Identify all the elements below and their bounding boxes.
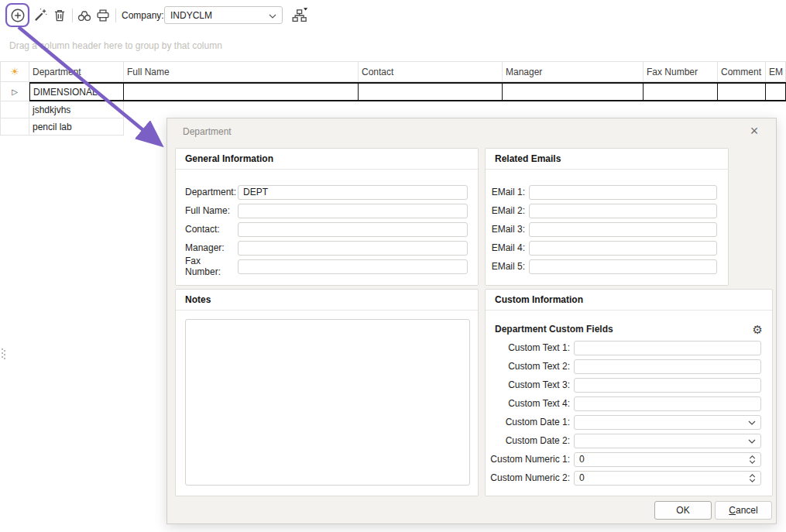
ok-button[interactable]: OK (654, 501, 712, 520)
dialog-button-bar: OK Cancel (654, 501, 772, 520)
field-row: Custom Text 1: (486, 338, 772, 357)
custom-numeric2-value: 0 (579, 472, 746, 483)
notes-group: Notes (175, 289, 479, 496)
department-cell[interactable]: DIMENSIONAL (29, 82, 124, 101)
column-header-department[interactable]: Department (29, 61, 124, 82)
custom-date2-label: Custom Date 2: (486, 435, 570, 446)
chevron-down-icon (749, 479, 756, 482)
table-row[interactable]: jshdkjvhs (0, 101, 786, 118)
custom-numeric1-spinner[interactable]: 0 (574, 452, 761, 467)
field-row: Manager: (176, 239, 478, 257)
grid-customize-corner[interactable]: ☀ (0, 61, 29, 82)
column-header-fax-number[interactable]: Fax Number (644, 61, 718, 82)
contact-input[interactable] (238, 222, 468, 237)
chevron-down-icon (748, 417, 756, 427)
spin-buttons[interactable] (749, 455, 756, 464)
fax-number-cell[interactable] (644, 82, 718, 101)
splitter-handle[interactable] (2, 348, 3, 350)
field-row: Custom Text 2: (486, 357, 772, 376)
custom-numeric2-label: Custom Numeric 2: (486, 472, 570, 483)
custom-numeric1-label: Custom Numeric 1: (486, 454, 570, 465)
full-name-input[interactable] (238, 204, 468, 218)
print-button[interactable] (94, 7, 112, 26)
row-indicator-icon: ▷ (12, 88, 18, 96)
custom-numeric1-value: 0 (579, 454, 746, 465)
column-header-contact[interactable]: Contact (359, 61, 503, 82)
company-combobox[interactable]: INDYCLM (164, 6, 283, 24)
grid-header-row: ☀ Department Full Name Contact Manager F… (0, 61, 786, 82)
cancel-button[interactable]: Cancel (715, 501, 772, 520)
full-name-label: Full Name: (176, 205, 238, 216)
department-cell[interactable]: pencil lab (29, 118, 124, 136)
toolbar-separator (72, 9, 73, 22)
custom-text3-input[interactable] (574, 378, 761, 393)
magic-wand-icon (33, 8, 48, 26)
company-combobox-value: INDYCLM (170, 10, 269, 21)
custom-date1-label: Custom Date 1: (486, 417, 570, 427)
department-input[interactable] (238, 185, 468, 200)
row-indicator (0, 101, 29, 118)
edit-record-button[interactable] (31, 7, 50, 26)
custom-text1-input[interactable] (574, 341, 761, 355)
notes-textarea[interactable] (185, 319, 470, 486)
email1-input[interactable] (529, 185, 717, 200)
comment-cell[interactable] (718, 82, 766, 101)
custom-text1-label: Custom Text 1: (486, 342, 570, 353)
chevron-up-icon (749, 474, 756, 478)
group-title-custom: Custom Information (486, 290, 772, 311)
table-row-selected[interactable]: ▷ DIMENSIONAL (0, 82, 786, 101)
column-header-email[interactable]: EM (766, 61, 786, 82)
manager-cell[interactable] (503, 82, 644, 101)
field-row: Custom Date 2: (486, 431, 772, 450)
custom-fields-subtitle: Department Custom Fields (495, 324, 753, 335)
field-row: Custom Numeric 2: 0 (486, 469, 772, 487)
customize-icon: ☀ (10, 67, 19, 77)
close-icon[interactable]: × (747, 123, 762, 139)
email4-input[interactable] (529, 241, 717, 256)
find-button[interactable] (75, 7, 94, 26)
email3-input[interactable] (529, 222, 717, 237)
field-row: Department: (176, 183, 478, 201)
email5-label: EMail 5: (486, 261, 525, 272)
row-indicator: ▷ (0, 82, 29, 101)
column-header-manager[interactable]: Manager (503, 61, 644, 82)
contact-cell[interactable] (359, 82, 503, 101)
company-lookup-button[interactable] (290, 7, 309, 26)
email2-input[interactable] (529, 204, 717, 218)
add-record-button[interactable] (9, 7, 27, 26)
department-dialog: Department × General Information Departm… (166, 118, 777, 524)
company-label: Company: (122, 10, 164, 21)
field-row: EMail 3: (486, 220, 728, 239)
chevron-down-icon (749, 460, 756, 464)
column-header-full-name[interactable]: Full Name (124, 61, 359, 82)
email-cell[interactable] (766, 82, 786, 101)
manager-input[interactable] (238, 241, 468, 256)
field-row: EMail 1: (486, 183, 728, 201)
custom-text2-input[interactable] (574, 359, 761, 374)
department-label: Department: (176, 187, 238, 197)
group-by-panel[interactable]: Drag a column header here to group by th… (9, 40, 222, 51)
custom-date1-dropdown[interactable] (574, 415, 761, 430)
spin-buttons[interactable] (749, 474, 756, 482)
field-row: EMail 2: (486, 201, 728, 220)
custom-information-group: Custom Information Department Custom Fie… (485, 289, 773, 496)
fax-number-input[interactable] (238, 259, 468, 274)
custom-numeric2-spinner[interactable]: 0 (574, 471, 761, 486)
field-row: Custom Date 1: (486, 413, 772, 431)
related-emails-group: Related Emails EMail 1: EMail 2: EMail 3… (485, 148, 729, 286)
chevron-down-icon (269, 10, 276, 21)
column-header-comment[interactable]: Comment (718, 61, 766, 82)
custom-text4-input[interactable] (574, 396, 761, 411)
custom-text4-label: Custom Text 4: (486, 398, 570, 409)
group-title-emails: Related Emails (486, 149, 728, 170)
department-cell[interactable]: jshdkjvhs (29, 101, 124, 118)
general-information-group: General Information Department: Full Nam… (175, 148, 479, 286)
email5-input[interactable] (529, 259, 717, 274)
field-row: Full Name: (176, 201, 478, 220)
field-row: Custom Text 4: (486, 394, 772, 413)
custom-date2-dropdown[interactable] (574, 434, 761, 448)
full-name-cell[interactable] (124, 82, 359, 101)
email2-label: EMail 2: (486, 205, 525, 216)
delete-record-button[interactable] (50, 7, 69, 26)
gear-icon[interactable]: ⚙ (753, 324, 763, 335)
